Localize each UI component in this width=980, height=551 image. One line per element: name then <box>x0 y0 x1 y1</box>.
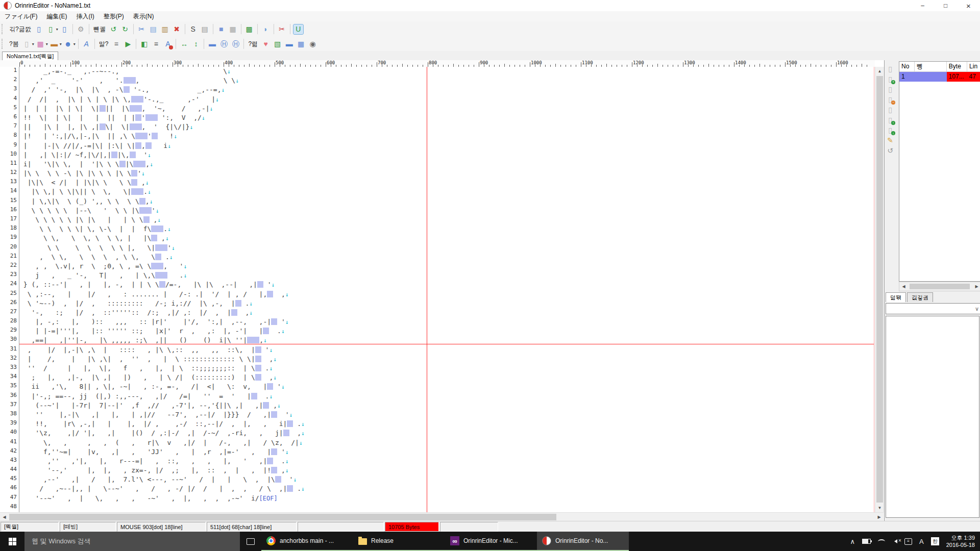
person-icon[interactable]: ☻ <box>63 39 73 49</box>
swap-vertical-icon[interactable]: ↕ <box>191 39 201 49</box>
item-edit-pencil-icon[interactable]: ✎ <box>886 136 895 145</box>
blank-page-icon[interactable]: ▯ <box>22 39 32 49</box>
taskbar-app-explorer-release[interactable]: Release <box>353 532 445 551</box>
scroll-right-button[interactable]: ▶ <box>875 513 884 521</box>
vertical-scroll-thumb[interactable] <box>876 76 883 503</box>
item-copy-icon[interactable]: ▯ <box>886 85 895 94</box>
layers-green-icon[interactable]: ▩ <box>244 24 254 34</box>
unicode-toggle-icon[interactable]: U <box>293 24 303 34</box>
dropdown-arrow-icon[interactable]: ▾ <box>74 42 76 46</box>
palette-grid-icon[interactable]: ▦ <box>36 39 45 49</box>
menu-item-1[interactable]: 編集(E) <box>42 11 71 22</box>
align-lines-icon[interactable]: ≡ <box>151 39 161 49</box>
taskbar-app-visual-studio[interactable]: ∞OrinrinEditor - Mic... <box>445 532 537 551</box>
stamp-icon[interactable]: S <box>188 24 198 34</box>
window-controls[interactable]: – □ × <box>911 0 980 11</box>
save-file-icon[interactable]: ▯ <box>60 24 69 34</box>
item-duplicate-icon[interactable]: ▯ <box>886 105 895 114</box>
scroll-down-button[interactable]: ▼ <box>875 504 884 512</box>
horizontal-scroll-thumb[interactable] <box>9 514 556 520</box>
minimize-button[interactable]: – <box>911 0 934 11</box>
ime-latin-icon[interactable]: A <box>919 538 924 545</box>
table-icon[interactable]: ▦ <box>296 39 306 49</box>
trim-scissors-icon[interactable]: ✂ <box>277 24 287 34</box>
table-row[interactable]: 1107...47 <box>899 72 980 82</box>
open-file-icon[interactable]: ▯ <box>46 24 56 34</box>
horizontal-scrollbar[interactable]: ◀ ▶ <box>0 512 884 521</box>
delete-icon[interactable]: ✖ <box>172 24 182 34</box>
select-area-icon[interactable]: ■ <box>216 24 226 34</box>
right-margin-line <box>874 67 874 512</box>
menu-item-0[interactable]: ファイル(F) <box>0 11 42 22</box>
taskbar-app-orinrin-editor[interactable]: OrinrinEditor - No... <box>537 532 629 551</box>
menu-item-2[interactable]: 挿入(I) <box>71 11 99 22</box>
preview-eye-icon[interactable]: ◉ <box>308 39 317 49</box>
paste-icon[interactable]: ▥ <box>160 24 170 34</box>
taskbar-app-chrome[interactable]: anchorbbs main - ... <box>261 532 353 551</box>
toolbar-separator <box>185 24 185 34</box>
menu-item-4[interactable]: 表示(N) <box>129 11 159 22</box>
taskbar-search-input[interactable]: 웹 및 Windows 검색 <box>24 532 240 551</box>
copy-icon[interactable]: ▤ <box>149 24 158 34</box>
wifi-icon[interactable] <box>878 539 885 544</box>
cut-icon[interactable]: ✂ <box>137 24 146 34</box>
page-table[interactable]: No 뼹 Byte Lin 1107...47 <box>899 61 980 282</box>
jump-end-icon[interactable]: Ⓗ <box>231 39 240 49</box>
dropdown-arrow-icon[interactable]: ▾ <box>46 42 48 46</box>
play-doc-icon[interactable]: ▶ <box>123 39 133 49</box>
item-move-up-icon[interactable]: ▯↑ <box>886 115 895 124</box>
volume-muted-icon[interactable] <box>892 539 897 543</box>
media-chart-icon[interactable]: ▧ <box>273 39 282 49</box>
panel-scroll-right[interactable]: ▶ <box>972 282 980 291</box>
menu-item-3[interactable]: 整形(P) <box>99 11 129 22</box>
panel-tab-0[interactable]: 덞뙊 <box>886 292 906 302</box>
settings-gear-icon[interactable]: ⚙ <box>76 24 86 34</box>
dropdown-arrow-icon[interactable]: ▾ <box>56 27 58 32</box>
item-remove-icon[interactable]: ▯− <box>886 95 895 104</box>
status-segment-6 <box>440 522 498 532</box>
taskbar-clock[interactable]: 오후 1:392016-05-18 <box>946 534 975 548</box>
line-number: 16 <box>0 206 19 215</box>
jump-start-icon[interactable]: Ⓗ <box>219 39 229 49</box>
panel-scroll-thumb[interactable] <box>910 284 970 289</box>
ruler-tick <box>224 62 224 67</box>
panel-scroll-left[interactable]: ◀ <box>899 282 908 291</box>
redo-icon[interactable]: ↻ <box>120 24 130 34</box>
box-orange-icon[interactable]: ▬ <box>50 39 59 49</box>
aa-edit-canvas[interactable]: _,-=-._ ,.--~--., \↓ ,' _ '-' , '., \ \↓… <box>19 67 875 512</box>
heart-icon[interactable]: ♥ <box>261 39 271 49</box>
box-3d-icon[interactable]: ▦ <box>228 24 238 34</box>
screen-icon[interactable]: ▬ <box>284 39 294 49</box>
doc-left-icon[interactable]: ◧ <box>139 39 149 49</box>
chevron-up-icon[interactable]: ∧ <box>850 538 855 545</box>
battery-icon[interactable] <box>862 539 871 544</box>
ime-korean-icon[interactable]: 한 <box>931 537 939 545</box>
refresh-icon[interactable]: ↺ <box>886 146 895 155</box>
action-center-icon[interactable]: ≡ <box>904 538 912 545</box>
panel-tab-1[interactable]: 깂깋권 <box>907 292 933 302</box>
item-move-down-icon[interactable]: ▯↓ <box>886 126 895 135</box>
item-add-icon[interactable]: ▯+ <box>886 74 895 84</box>
panel-dropdown[interactable]: ∨ <box>886 303 980 314</box>
task-view-button[interactable] <box>240 532 261 551</box>
start-button[interactable] <box>0 532 24 551</box>
font-remove-icon[interactable]: A <box>163 39 173 49</box>
item-new-icon[interactable]: ▯ <box>886 64 895 73</box>
italic-a-icon[interactable]: A <box>82 39 91 49</box>
vertical-scrollbar[interactable]: ▲ ▼ <box>875 67 884 512</box>
undo-icon[interactable]: ↺ <box>109 24 118 34</box>
swap-horizontal-icon[interactable]: ↔ <box>179 39 189 49</box>
page-curl-icon[interactable]: ◗ <box>261 24 271 34</box>
close-button[interactable]: × <box>957 0 980 11</box>
scroll-up-button[interactable]: ▲ <box>875 67 884 76</box>
dropdown-arrow-icon[interactable]: ▾ <box>32 42 34 46</box>
indent-right-icon[interactable]: ≡ <box>111 39 121 49</box>
panel-scrollbar[interactable]: ◀ ▶ <box>899 282 980 291</box>
text-doc-icon[interactable]: ▤ <box>200 24 210 34</box>
new-file-icon[interactable]: ▯ <box>34 24 44 34</box>
maximize-button[interactable]: □ <box>934 0 957 11</box>
panel-list-box[interactable] <box>886 316 979 518</box>
window-blue-icon[interactable]: ▬ <box>207 39 217 49</box>
dropdown-arrow-icon[interactable]: ▾ <box>60 42 62 46</box>
scroll-left-button[interactable]: ◀ <box>0 513 9 521</box>
